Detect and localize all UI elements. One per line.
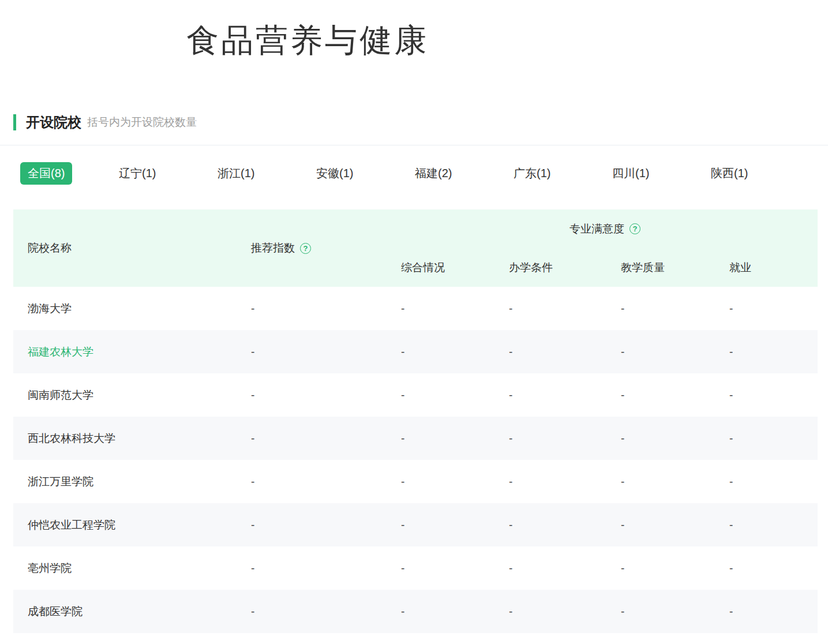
employment-value: - (721, 475, 818, 488)
teaching-value: - (612, 346, 721, 358)
school-name: 闽南师范大学 (28, 389, 93, 401)
recommend-index-value: - (242, 519, 392, 531)
province-tab-4[interactable]: 福建(2) (415, 166, 514, 181)
section-title: 开设院校 (26, 113, 81, 132)
conditions-value: - (500, 389, 612, 402)
recommend-index-value: - (242, 432, 392, 445)
overall-value: - (392, 475, 500, 488)
section-accent-bar (13, 114, 16, 130)
table-row: 渤海大学 - - - - - (13, 287, 818, 330)
teaching-value: - (612, 562, 721, 575)
overall-value: - (392, 389, 500, 402)
section-header: 开设院校 括号内为开设院校数量 (13, 114, 828, 131)
recommend-index-value: - (242, 389, 392, 402)
province-tab-label: 安徽(1) (316, 166, 353, 181)
province-tab-label: 广东(1) (514, 166, 550, 181)
table-row: 福建农林大学 - - - - - (13, 330, 818, 373)
employment-value: - (721, 346, 818, 358)
conditions-value: - (500, 432, 612, 445)
school-name[interactable]: 福建农林大学 (28, 346, 93, 358)
table-row: 成都医学院 - - - - - (13, 590, 818, 633)
column-header-recommend-index: 推荐指数 ? (242, 209, 392, 287)
recommend-index-value: - (242, 346, 392, 358)
recommend-help-icon[interactable]: ? (300, 243, 311, 254)
overall-value: - (392, 605, 500, 618)
satisfaction-help-icon[interactable]: ? (630, 223, 640, 234)
overall-value: - (392, 519, 500, 531)
school-name: 浙江万里学院 (28, 475, 93, 488)
province-tab-2[interactable]: 浙江(1) (218, 166, 316, 181)
province-tab-7[interactable]: 陕西(1) (711, 166, 810, 181)
school-name: 仲恺农业工程学院 (28, 519, 115, 531)
teaching-value: - (612, 389, 721, 402)
province-tab-3[interactable]: 安徽(1) (316, 166, 415, 181)
teaching-value: - (612, 432, 721, 445)
column-header-teaching: 教学质量 (612, 248, 721, 287)
recommend-index-value: - (242, 475, 392, 488)
section-subtitle: 括号内为开设院校数量 (87, 115, 197, 130)
column-header-employment: 就业 (721, 248, 818, 287)
overall-value: - (392, 346, 500, 358)
school-name: 成都医学院 (28, 605, 83, 617)
conditions-value: - (500, 302, 612, 315)
overall-value: - (392, 432, 500, 445)
province-tabs: 全国(8)辽宁(1)浙江(1)安徽(1)福建(2)广东(1)四川(1)陕西(1) (0, 160, 828, 186)
section-divider (0, 145, 828, 145)
employment-value: - (721, 302, 818, 315)
overall-value: - (392, 302, 500, 315)
province-tab-5[interactable]: 广东(1) (514, 166, 612, 181)
table-row: 西北农林科技大学 - - - - - (13, 417, 818, 460)
conditions-value: - (500, 605, 612, 618)
recommend-index-value: - (242, 302, 392, 315)
recommend-index-label: 推荐指数 (251, 241, 295, 256)
satisfaction-subheaders: 综合情况 办学条件 教学质量 就业 (392, 248, 818, 287)
province-tab-label: 四川(1) (612, 166, 649, 181)
column-header-conditions: 办学条件 (500, 248, 612, 287)
teaching-value: - (612, 519, 721, 531)
teaching-value: - (612, 302, 721, 315)
schools-table: 院校名称 推荐指数 ? 专业满意度 ? 综合情况 办学条件 教学质量 就业 渤海… (13, 209, 818, 633)
table-row: 亳州学院 - - - - - (13, 546, 818, 590)
table-row: 浙江万里学院 - - - - - (13, 460, 818, 503)
province-tab-6[interactable]: 四川(1) (612, 166, 711, 181)
province-tab-label: 辽宁(1) (119, 166, 156, 181)
table-row: 闽南师范大学 - - - - - (13, 373, 818, 417)
employment-value: - (721, 519, 818, 531)
satisfaction-group-header: 专业满意度 ? (392, 209, 818, 248)
column-header-school: 院校名称 (13, 209, 242, 287)
province-tab-label: 福建(2) (415, 166, 452, 181)
employment-value: - (721, 389, 818, 402)
employment-value: - (721, 605, 818, 618)
province-tab-label: 陕西(1) (711, 166, 748, 181)
recommend-index-value: - (242, 562, 392, 575)
table-body: 渤海大学 - - - - - 福建农林大学 - - - - - 闽南师范大学 -… (13, 287, 818, 633)
employment-value: - (721, 432, 818, 445)
province-tab-label: 浙江(1) (218, 166, 254, 181)
province-tab-0[interactable]: 全国(8) (20, 162, 119, 185)
school-name: 渤海大学 (28, 302, 72, 314)
conditions-value: - (500, 346, 612, 358)
school-name: 亳州学院 (28, 562, 72, 574)
conditions-value: - (500, 562, 612, 575)
table-row: 仲恺农业工程学院 - - - - - (13, 503, 818, 546)
page-title: 食品营养与健康 (0, 24, 615, 57)
employment-value: - (721, 562, 818, 575)
teaching-value: - (612, 605, 721, 618)
recommend-index-value: - (242, 605, 392, 618)
teaching-value: - (612, 475, 721, 488)
overall-value: - (392, 562, 500, 575)
table-header: 院校名称 推荐指数 ? 专业满意度 ? 综合情况 办学条件 教学质量 就业 (13, 209, 818, 287)
province-tab-1[interactable]: 辽宁(1) (119, 166, 218, 181)
conditions-value: - (500, 475, 612, 488)
province-tab-label: 全国(8) (20, 162, 72, 185)
satisfaction-group: 专业满意度 ? 综合情况 办学条件 教学质量 就业 (392, 209, 818, 287)
column-header-overall: 综合情况 (392, 248, 500, 287)
satisfaction-group-label: 专业满意度 (570, 222, 624, 237)
conditions-value: - (500, 519, 612, 531)
school-name: 西北农林科技大学 (28, 432, 115, 444)
